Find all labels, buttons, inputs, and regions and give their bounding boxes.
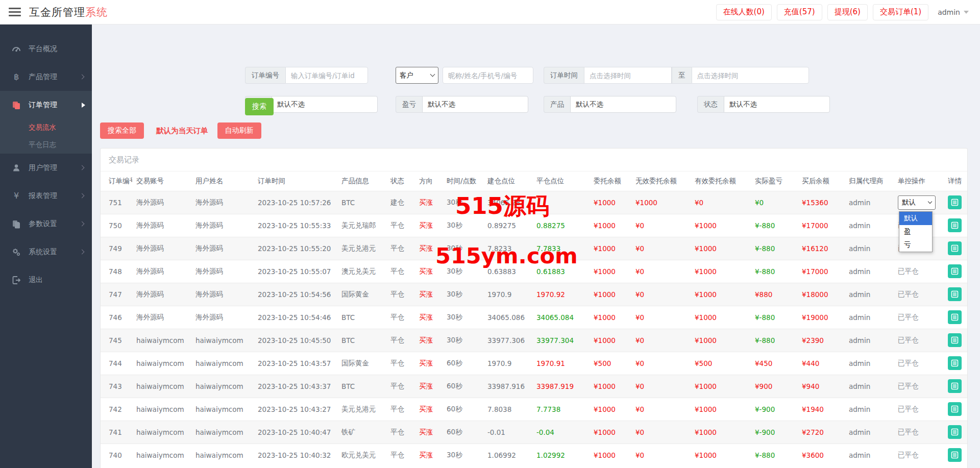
- sidebar-item-label: 产品管理: [29, 72, 57, 82]
- cell-valid-entrust: ¥1000: [691, 329, 751, 352]
- cell-order-id: 744: [101, 352, 132, 375]
- cell-control: 已平仓: [894, 306, 944, 329]
- detail-button[interactable]: [948, 379, 962, 393]
- cell-order-time: 2023-10-25 10:43:57: [254, 352, 337, 375]
- cell-account: haiwaiymcom: [132, 352, 191, 375]
- cell-after-balance: ¥1940: [798, 398, 845, 421]
- control-select[interactable]: 默认: [898, 195, 936, 210]
- control-option[interactable]: 默认: [899, 212, 932, 225]
- cell-user-name: 海外源码: [191, 237, 254, 260]
- column-header: 产品信息: [337, 171, 386, 191]
- cell-agent: admin: [845, 260, 894, 283]
- control-option[interactable]: 盈: [899, 225, 932, 238]
- updown-value: 默认不选: [277, 100, 305, 109]
- top-header: 互金所管理系统 在线人数(0) 充值(57) 提现(6) 交易订单(1) adm…: [0, 0, 980, 24]
- cell-control: 已平仓: [894, 283, 944, 306]
- sidebar-item-users[interactable]: 用户管理: [0, 154, 92, 182]
- cell-after-balance: ¥18000: [798, 283, 845, 306]
- cell-account: 海外源码: [132, 237, 191, 260]
- cell-detail: [944, 329, 967, 352]
- trade-table-body: 751 海外源码 海外源码 2023-10-25 10:57:26 BTC 建仓…: [101, 191, 967, 466]
- auto-refresh-button[interactable]: 自动刷新: [217, 122, 261, 139]
- detail-button[interactable]: [948, 448, 962, 462]
- chevron-right-icon: [80, 221, 85, 227]
- cell-agent: admin: [845, 421, 894, 444]
- detail-button[interactable]: [948, 287, 962, 301]
- cell-invalid-entrust: ¥0: [631, 237, 691, 260]
- cell-user-name: haiwaiymcom: [191, 352, 254, 375]
- cell-order-id: 745: [101, 329, 132, 352]
- cell-agent: admin: [845, 306, 894, 329]
- cell-invalid-entrust: ¥0: [631, 214, 691, 237]
- cell-open-point: 34065.086: [483, 306, 532, 329]
- cell-direction: 买涨: [415, 329, 443, 352]
- cell-close-point: 33977.304: [532, 329, 590, 352]
- detail-button[interactable]: [948, 218, 962, 232]
- online-users-button[interactable]: 在线人数(0): [716, 4, 772, 20]
- sidebar-item-products[interactable]: ฿ 产品管理: [0, 63, 92, 91]
- detail-button[interactable]: [948, 264, 962, 278]
- sidebar-item-label: 退出: [29, 276, 43, 285]
- cell-order-time: 2023-10-25 10:40:47: [254, 421, 337, 444]
- sidebar: 平台概况 ฿ 产品管理 订单管理 交易流水 平仓日志 用户管理: [0, 24, 92, 468]
- sidebar-item-orders[interactable]: 订单管理: [0, 91, 92, 119]
- search-button[interactable]: 搜索: [245, 98, 274, 115]
- cell-order-id: 741: [101, 421, 132, 444]
- detail-button[interactable]: [948, 310, 962, 324]
- order-time-from-input[interactable]: [584, 67, 672, 84]
- sidebar-item-system[interactable]: 系统设置: [0, 238, 92, 266]
- detail-button[interactable]: [948, 356, 962, 370]
- cell-control: 已平仓: [894, 421, 944, 444]
- default-today-label[interactable]: 默认为当天订单: [156, 126, 208, 136]
- order-no-input[interactable]: [285, 67, 368, 84]
- cell-account: 海外源码: [132, 214, 191, 237]
- cell-account: 海外源码: [132, 191, 191, 214]
- customer-type-value: 客户: [400, 71, 413, 80]
- sidebar-subitem-close-log[interactable]: 平仓日志: [0, 136, 92, 154]
- cell-close-point: -0.04: [532, 421, 590, 444]
- table-row: 742 haiwaiymcom haiwaiymcom 2023-10-25 1…: [101, 398, 967, 421]
- cell-valid-entrust: ¥1000: [691, 306, 751, 329]
- cell-user-name: haiwaiymcom: [191, 329, 254, 352]
- order-time-to-input[interactable]: [692, 67, 809, 84]
- detail-button[interactable]: [948, 425, 962, 439]
- cell-order-time: 2023-10-25 10:55:07: [254, 260, 337, 283]
- cell-open-point: 1.06992: [483, 444, 532, 466]
- product-select[interactable]: 默认不选: [570, 96, 676, 113]
- cell-open-point: 1970.9: [483, 283, 532, 306]
- status-select[interactable]: 默认不选: [724, 96, 830, 113]
- hamburger-menu-icon[interactable]: [9, 8, 21, 16]
- cell-status: 平仓: [386, 421, 415, 444]
- detail-button[interactable]: [948, 241, 962, 255]
- detail-button[interactable]: [948, 402, 962, 416]
- detail-button[interactable]: [948, 333, 962, 347]
- detail-button[interactable]: [948, 195, 962, 209]
- gauge-icon: [11, 44, 21, 54]
- sidebar-item-logout[interactable]: 退出: [0, 266, 92, 294]
- filter-status-group: 状态 默认不选: [697, 96, 830, 113]
- search-all-button[interactable]: 搜索全部: [100, 122, 144, 139]
- profit-select[interactable]: 默认不选: [422, 96, 528, 113]
- cell-control: 已平仓: [894, 444, 944, 466]
- cell-after-balance: ¥3600: [798, 444, 845, 466]
- control-dropdown-popup: 默认盈亏: [899, 211, 933, 252]
- cell-direction: 买涨: [415, 352, 443, 375]
- sidebar-item-label: 报表管理: [29, 191, 57, 201]
- withdraw-button[interactable]: 提现(6): [827, 4, 868, 20]
- sidebar-subitem-trade-flow[interactable]: 交易流水: [0, 119, 92, 136]
- chevron-right-icon: [80, 250, 85, 255]
- sidebar-item-params[interactable]: 参数设置: [0, 210, 92, 238]
- control-option[interactable]: 亏: [899, 238, 932, 252]
- sidebar-item-reports[interactable]: ¥ 报表管理: [0, 182, 92, 210]
- filter-customer-group: 客户: [396, 67, 533, 84]
- column-header: 交易账号: [132, 171, 191, 191]
- trade-orders-button[interactable]: 交易订单(1): [873, 4, 928, 20]
- updown-select[interactable]: 默认不选: [272, 96, 378, 113]
- trade-table: 订单编号交易账号用户姓名订单时间产品信息状态方向时间/点数建仓点位平仓点位委托余…: [101, 171, 967, 466]
- sidebar-item-dashboard[interactable]: 平台概况: [0, 35, 92, 63]
- recharge-button[interactable]: 充值(57): [777, 4, 822, 20]
- cell-agent: admin: [845, 398, 894, 421]
- customer-type-select[interactable]: 客户: [396, 67, 438, 84]
- customer-search-input[interactable]: [443, 67, 533, 84]
- user-menu[interactable]: admin: [934, 8, 973, 16]
